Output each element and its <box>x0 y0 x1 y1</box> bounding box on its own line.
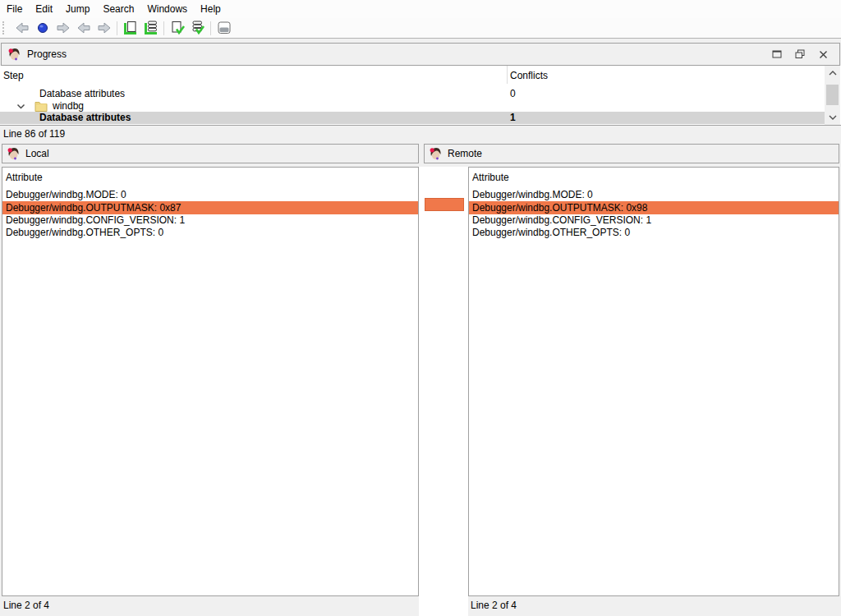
progress-window-title: Progress <box>27 48 67 60</box>
attribute-row[interactable]: Debugger/windbg.OTHER_OPTS: 0 <box>469 227 839 239</box>
toolbar-separator <box>210 21 211 35</box>
local-attribute-list: Debugger/windbg.MODE: 0 Debugger/windbg.… <box>2 189 418 239</box>
stop-dot-icon[interactable] <box>32 19 53 37</box>
restore-icon[interactable] <box>788 45 811 63</box>
load-database-icon[interactable] <box>140 19 161 37</box>
attribute-row-selected[interactable]: Debugger/windbg.OUTPUTMASK: 0x98 <box>469 201 839 214</box>
jump-forward-arrow-icon[interactable] <box>94 19 114 37</box>
folder-icon <box>34 100 48 112</box>
menu-edit[interactable]: Edit <box>29 1 59 17</box>
remote-attributes-panel: Attribute Debugger/windbg.MODE: 0 Debugg… <box>468 167 839 596</box>
table-row[interactable]: Database attributes 0 <box>0 88 825 100</box>
attribute-row[interactable]: Debugger/windbg.MODE: 0 <box>469 189 839 201</box>
scroll-down-icon[interactable] <box>825 112 840 123</box>
table-status-line: Line 86 of 119 <box>3 126 65 143</box>
column-header-conflicts[interactable]: Conflicts <box>510 70 548 81</box>
column-header-attribute[interactable]: Attribute <box>472 172 509 183</box>
diff-gutter <box>419 167 468 616</box>
ida-app-icon <box>7 147 20 160</box>
forward-arrow-icon[interactable] <box>53 19 73 37</box>
validate-file-icon[interactable] <box>167 19 187 37</box>
table-scrollbar[interactable] <box>825 66 840 125</box>
toolbar-drag-handle[interactable] <box>2 21 7 34</box>
remote-panel-title: Remote <box>448 148 482 159</box>
toolbar-separator <box>117 21 117 35</box>
menu-search[interactable]: Search <box>96 1 140 17</box>
merge-steps-table: Step Conflicts Database attributes 0 win… <box>0 66 841 126</box>
local-attributes-panel: Attribute Debugger/windbg.MODE: 0 Debugg… <box>2 167 419 596</box>
ida-merge-window: File Edit Jump Search Windows Help <box>0 0 841 616</box>
chevron-down-icon[interactable] <box>16 103 25 109</box>
menu-windows[interactable]: Windows <box>140 1 194 17</box>
step-cell: windbg <box>53 100 84 113</box>
toolbar <box>0 18 841 39</box>
menu-jump[interactable]: Jump <box>59 1 96 17</box>
window-controls <box>765 45 834 63</box>
back-arrow-icon[interactable] <box>11 19 32 37</box>
local-panel-title: Local <box>25 148 49 159</box>
menu-file[interactable]: File <box>0 1 29 17</box>
close-icon[interactable] <box>811 45 834 63</box>
attribute-row[interactable]: Debugger/windbg.MODE: 0 <box>2 189 418 201</box>
conflicts-cell: 0 <box>510 88 516 100</box>
column-header-attribute[interactable]: Attribute <box>6 172 43 183</box>
ida-app-icon <box>429 147 442 160</box>
remote-attribute-list: Debugger/windbg.MODE: 0 Debugger/windbg.… <box>469 189 839 239</box>
menu-bar: File Edit Jump Search Windows Help <box>0 0 841 18</box>
toolbar-separator <box>163 21 164 35</box>
conflict-marker[interactable] <box>425 198 464 211</box>
progress-titlebar: Progress <box>1 43 840 66</box>
display-window-icon[interactable] <box>214 19 234 37</box>
step-cell: Database attributes <box>39 112 131 124</box>
load-file-icon[interactable] <box>120 19 140 37</box>
menu-help[interactable]: Help <box>194 1 227 17</box>
column-header-step[interactable]: Step <box>3 70 24 81</box>
local-titlebar: Local <box>2 144 419 163</box>
maximize-icon[interactable] <box>765 45 788 63</box>
column-separator <box>507 66 508 84</box>
table-row-selected[interactable]: Database attributes 1 <box>0 112 825 124</box>
remote-titlebar: Remote <box>424 144 839 163</box>
attribute-row[interactable]: Debugger/windbg.CONFIG_VERSION: 1 <box>2 214 418 227</box>
remote-status-line: Line 2 of 4 <box>471 596 517 616</box>
ida-app-icon <box>7 48 21 61</box>
scrollbar-thumb[interactable] <box>826 85 839 105</box>
attribute-row[interactable]: Debugger/windbg.CONFIG_VERSION: 1 <box>469 214 839 227</box>
jump-back-arrow-icon[interactable] <box>73 19 94 37</box>
local-status-line: Line 2 of 4 <box>3 596 49 616</box>
step-cell: Database attributes <box>39 88 125 100</box>
scroll-up-icon[interactable] <box>825 67 840 79</box>
attribute-row[interactable]: Debugger/windbg.OTHER_OPTS: 0 <box>2 227 418 239</box>
validate-database-icon[interactable] <box>187 19 208 37</box>
table-row[interactable]: windbg <box>0 100 825 113</box>
attribute-row-selected[interactable]: Debugger/windbg.OUTPUTMASK: 0x87 <box>2 201 418 214</box>
conflicts-cell: 1 <box>510 112 516 124</box>
